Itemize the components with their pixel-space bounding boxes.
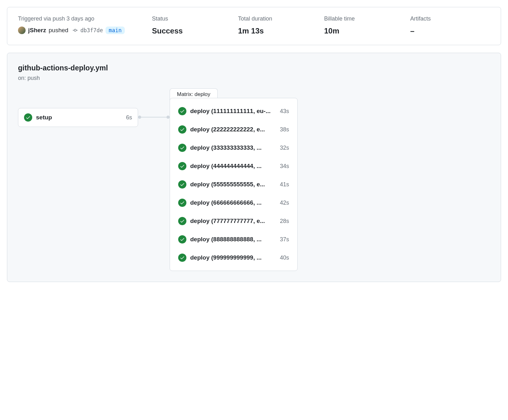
billable-value[interactable]: 10m bbox=[324, 27, 404, 35]
matrix-job-name: deploy (444444444444, ... bbox=[190, 163, 276, 170]
matrix-job-name: deploy (999999999999, ... bbox=[190, 254, 276, 261]
job-duration: 6s bbox=[126, 114, 132, 121]
matrix-job-duration: 37s bbox=[280, 236, 289, 243]
branch-pill[interactable]: main bbox=[106, 27, 125, 34]
check-icon bbox=[24, 113, 32, 122]
connector-line bbox=[141, 117, 166, 117]
artifacts-col: Artifacts – bbox=[410, 15, 490, 35]
matrix-job-duration: 32s bbox=[280, 145, 289, 151]
check-icon bbox=[178, 217, 186, 225]
matrix-job-name: deploy (888888888888, ... bbox=[190, 236, 276, 243]
commit-icon bbox=[73, 28, 78, 33]
check-icon bbox=[178, 180, 186, 189]
matrix-job-name: deploy (666666666666, ... bbox=[190, 199, 276, 206]
matrix-job-row[interactable]: deploy (444444444444, ...34s bbox=[178, 162, 289, 170]
artifacts-value: – bbox=[410, 27, 490, 35]
check-icon bbox=[178, 162, 186, 170]
billable-col: Billable time 10m bbox=[324, 15, 404, 35]
matrix-job-name: deploy (555555555555, e... bbox=[190, 181, 276, 188]
trigger-info: Triggered via push 3 days ago jSherz pus… bbox=[18, 15, 146, 35]
graph-area: setup 6s Matrix: deploy deploy (11111111… bbox=[18, 98, 490, 271]
check-icon bbox=[178, 125, 186, 134]
commit-sha[interactable]: db3f7de bbox=[80, 27, 103, 33]
action-text: pushed bbox=[49, 27, 68, 34]
matrix-job-row[interactable]: deploy (222222222222, e...38s bbox=[178, 125, 289, 134]
matrix-job-name: deploy (222222222222, e... bbox=[190, 126, 276, 133]
username-link[interactable]: jSherz bbox=[28, 27, 46, 34]
workflow-graph-panel: github-actions-deploy.yml on: push setup… bbox=[7, 53, 501, 282]
check-icon bbox=[178, 235, 186, 243]
trigger-detail: jSherz pushed db3f7de main bbox=[18, 27, 146, 34]
matrix-job-row[interactable]: deploy (111111111111, eu-...43s bbox=[178, 107, 289, 115]
matrix-job-row[interactable]: deploy (999999999999, ...40s bbox=[178, 254, 289, 262]
status-col: Status Success bbox=[152, 15, 232, 35]
matrix-job-duration: 34s bbox=[280, 163, 289, 170]
matrix-job-name: deploy (111111111111, eu-... bbox=[190, 108, 276, 115]
check-icon bbox=[178, 107, 186, 115]
matrix-job-name: deploy (777777777777, e... bbox=[190, 218, 276, 225]
workflow-filename[interactable]: github-actions-deploy.yml bbox=[18, 64, 490, 72]
matrix-group: Matrix: deploy deploy (111111111111, eu-… bbox=[170, 98, 298, 271]
job-name: setup bbox=[36, 114, 122, 121]
connector-dot bbox=[138, 116, 141, 119]
matrix-job-row[interactable]: deploy (777777777777, e...28s bbox=[178, 217, 289, 225]
avatar[interactable] bbox=[18, 27, 26, 34]
duration-col: Total duration 1m 13s bbox=[238, 15, 318, 35]
check-icon bbox=[178, 199, 186, 207]
matrix-job-duration: 40s bbox=[280, 255, 289, 261]
matrix-card: deploy (111111111111, eu-...43sdeploy (2… bbox=[170, 98, 298, 271]
matrix-job-row[interactable]: deploy (888888888888, ...37s bbox=[178, 235, 289, 243]
matrix-job-name: deploy (333333333333, ... bbox=[190, 144, 276, 151]
connector-dot bbox=[166, 116, 170, 119]
check-icon bbox=[178, 254, 186, 262]
matrix-job-row[interactable]: deploy (333333333333, ...32s bbox=[178, 144, 289, 152]
graph-connector bbox=[138, 116, 170, 119]
matrix-job-row[interactable]: deploy (555555555555, e...41s bbox=[178, 180, 289, 189]
run-summary-card: Triggered via push 3 days ago jSherz pus… bbox=[7, 7, 501, 45]
workflow-trigger: on: push bbox=[18, 75, 490, 81]
matrix-job-duration: 43s bbox=[280, 108, 289, 115]
duration-label: Total duration bbox=[238, 15, 318, 22]
matrix-job-duration: 38s bbox=[280, 126, 289, 133]
matrix-job-duration: 28s bbox=[280, 218, 289, 225]
duration-value[interactable]: 1m 13s bbox=[238, 27, 318, 35]
check-icon bbox=[178, 144, 186, 152]
artifacts-label: Artifacts bbox=[410, 15, 490, 22]
status-value: Success bbox=[152, 27, 232, 35]
matrix-job-duration: 42s bbox=[280, 200, 289, 206]
status-label: Status bbox=[152, 15, 232, 22]
job-card-setup[interactable]: setup 6s bbox=[18, 108, 138, 127]
billable-label: Billable time bbox=[324, 15, 404, 22]
trigger-label: Triggered via push 3 days ago bbox=[18, 15, 146, 22]
matrix-job-row[interactable]: deploy (666666666666, ...42s bbox=[178, 199, 289, 207]
matrix-job-duration: 41s bbox=[280, 181, 289, 188]
